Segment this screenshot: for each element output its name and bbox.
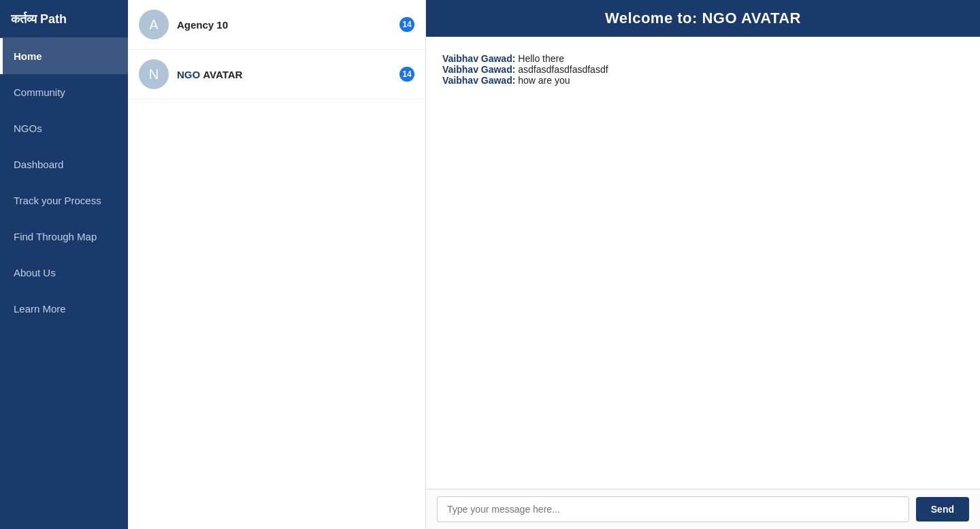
- message-sender: Vaibhav Gawad:: [442, 75, 515, 86]
- conversation-avatar: A: [139, 10, 169, 39]
- conversation-item-conv-agency10[interactable]: AAgency 1014: [128, 0, 425, 50]
- message-text: Vaibhav Gawad: how are you: [442, 75, 964, 86]
- sidebar-item-track-your-process[interactable]: Track your Process: [0, 182, 128, 219]
- sidebar-item-learn-more[interactable]: Learn More: [0, 291, 128, 327]
- chat-input-area: Send: [426, 489, 980, 529]
- sidebar-item-about-us[interactable]: About Us: [0, 255, 128, 291]
- message-input[interactable]: [437, 496, 909, 522]
- conversation-list: AAgency 1014NNGO AVATAR14: [128, 0, 425, 99]
- chat-messages: Vaibhav Gawad: Hello thereVaibhav Gawad:…: [426, 37, 980, 489]
- sidebar-nav: HomeCommunityNGOsDashboardTrack your Pro…: [0, 38, 128, 327]
- chat-header: Welcome to: NGO AVATAR: [426, 0, 980, 37]
- conversation-info: NGO AVATAR: [177, 69, 391, 80]
- conversation-avatar: N: [139, 59, 169, 89]
- conversation-info: Agency 10: [177, 19, 391, 31]
- messages-container: Vaibhav Gawad: Hello thereVaibhav Gawad:…: [442, 53, 964, 86]
- send-button[interactable]: Send: [916, 497, 969, 522]
- sidebar-item-find-through-map[interactable]: Find Through Map: [0, 219, 128, 255]
- unread-badge: 14: [399, 17, 414, 32]
- message-row: Vaibhav Gawad: how are you: [442, 75, 964, 86]
- conversation-name: NGO AVATAR: [177, 69, 391, 80]
- sidebar: कर्तव्य Path HomeCommunityNGOsDashboardT…: [0, 0, 128, 529]
- message-text: Vaibhav Gawad: Hello there: [442, 53, 964, 64]
- sidebar-item-home[interactable]: Home: [0, 38, 128, 74]
- brand-logo: कर्तव्य Path: [0, 0, 128, 38]
- ngo-label: NGO: [177, 69, 203, 80]
- conversation-name: Agency 10: [177, 19, 391, 31]
- unread-badge: 14: [399, 67, 414, 82]
- message-text: Vaibhav Gawad: asdfasdfasdfasdfasdf: [442, 64, 964, 75]
- message-sender: Vaibhav Gawad:: [442, 64, 515, 75]
- sidebar-item-ngos[interactable]: NGOs: [0, 110, 128, 146]
- sidebar-item-dashboard[interactable]: Dashboard: [0, 146, 128, 182]
- conversation-item-conv-ngo-avatar[interactable]: NNGO AVATAR14: [128, 50, 425, 99]
- conversations-panel: AAgency 1014NNGO AVATAR14: [128, 0, 426, 529]
- chat-panel: Welcome to: NGO AVATAR Vaibhav Gawad: He…: [426, 0, 980, 529]
- message-row: Vaibhav Gawad: asdfasdfasdfasdfasdf: [442, 64, 964, 75]
- sidebar-item-community[interactable]: Community: [0, 74, 128, 110]
- message-sender: Vaibhav Gawad:: [442, 53, 515, 64]
- message-row: Vaibhav Gawad: Hello there: [442, 53, 964, 64]
